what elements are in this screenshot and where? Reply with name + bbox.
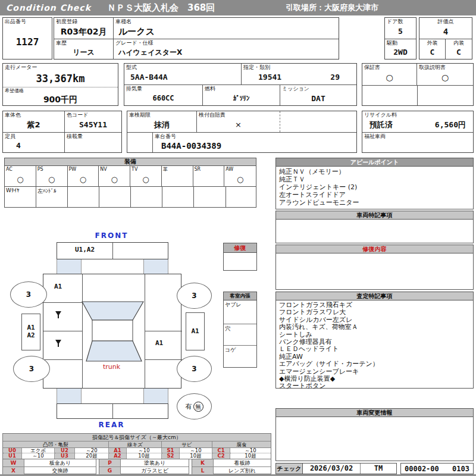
condition-check-sheet: Condition Check ＮＰＳ大阪入札会 368回 引取場所：大阪府泉大… (0, 0, 476, 476)
door-pin-icon (55, 340, 61, 348)
left-col-line-3 (43, 359, 82, 360)
model-name-cell: 車種名 ルークス (114, 18, 339, 39)
legend-code: S2 (162, 453, 180, 459)
assessment-list: フロントガラス飛石キズ フロントガラスワレ大 サイドシルカバー左ズレ 内装汚れ、… (276, 300, 473, 392)
rear-window-shape (86, 341, 142, 361)
check-box: チェック 2026/03/02 TM (275, 463, 397, 474)
displacement-cell: 排気量 660CC (124, 85, 203, 105)
capacity-value: 4 (3, 140, 64, 152)
recycle-values: 預託済 6,560円 (362, 118, 473, 132)
auction-title: ＮＰＳ大阪入札会 368回 (107, 2, 286, 14)
welfare-cell: 福祉車両 (362, 133, 473, 152)
cabin-lining-box: 客室内張 ヤブレ 穴 コゲ (223, 292, 257, 368)
doors-drive-box: ドア数 5 駆動 2WD (384, 17, 416, 60)
equip-cell-ac: AC○ (5, 166, 36, 186)
documents-empty-cell-1 (362, 86, 418, 105)
header-bar: Condition Check ＮＰＳ大阪入札会 368回 引取場所：大阪府泉大… (0, 0, 476, 15)
cabin-lining-title: 客室内張 (224, 292, 256, 300)
exterior-grade-cell: 外装 C (419, 39, 446, 59)
type-class-values: 19541 29 (242, 71, 356, 84)
cabin-row-tear: ヤブレ (224, 300, 256, 324)
appeal-line: 純正ＮＶ（メモリー） (279, 168, 470, 176)
equip-extra-cell (99, 187, 131, 207)
score-value: 4 (419, 25, 472, 39)
equip-code: PS (36, 166, 67, 173)
legend-desc: 10超 (180, 453, 212, 459)
equip-cell-aw: AW○ (224, 166, 256, 186)
first-registration-value: R03年02月 (54, 25, 113, 39)
appeal-list: 純正ＮＶ（メモリー） 純正ＴＶ インテリジェントキー (2) 左オートスライドド… (276, 167, 473, 208)
door-pin-icon (55, 311, 61, 320)
recycle-status: 預託済 (369, 121, 393, 129)
legend-desc: 10超 (230, 453, 271, 459)
equip-cell-tv: TV○ (130, 166, 162, 186)
exterior-grade-label: 外装 (419, 39, 445, 46)
equip-extra-cell: 左ﾊﾝﾄﾞﾙ (36, 187, 68, 207)
sheet-code-box: 00002-00 0103 (400, 463, 474, 474)
damage-legend-table: 損傷記号＆損傷サイズ（～最大cm） 凸凹・亀裂 線キズ サビ 腐食 U0 エクボ… (2, 433, 271, 459)
legend-code: S1 (162, 448, 180, 453)
sheet-code-2: 0103 (452, 465, 469, 473)
inspection-chassis-box: 車検期限 抹消 検付自賠責 × 車台番号 B44A-0034389 (127, 111, 357, 153)
circle-mark: ○ (5, 173, 36, 186)
odometer-value: 33,367km (3, 71, 118, 87)
assessment-title: 査定特記事項 (276, 292, 473, 300)
right-col-line-2 (145, 359, 182, 360)
fuel-value: ｶﾞｿﾘﾝ (203, 92, 280, 105)
vehicle-notes-title: 車両特記事項 (276, 211, 473, 220)
interior-grade-cell: 内装 C (446, 39, 472, 59)
equip-cell-nv: NV○ (99, 166, 130, 186)
equip-extra-cell: Wﾀｲﾔ (5, 187, 36, 207)
recycle-label: リサイクル料 (362, 111, 473, 118)
brand-logo: Condition Check (0, 3, 107, 12)
circle-mark: ○ (224, 173, 256, 186)
equipment-codes-row: AC○ PS○ PW○ NV○ TV○ 革 SR AW○ (5, 166, 256, 187)
model-info-box: 初度登録 R03年02月 車種名 ルークス 車歴 リース グレード・仕様 ハイウ… (54, 17, 339, 60)
legend-code: A1 (109, 448, 127, 453)
legend-code: K (192, 459, 214, 466)
assessment-line: フロントガラスワレ大 (279, 309, 470, 316)
warranty-mark: ○ (362, 71, 416, 85)
chassis-cell: 車台番号 B44A-0034389 (153, 133, 356, 152)
recycle-fee: 6,560円 (435, 121, 466, 129)
sheet-code-1: 00002-00 (405, 465, 439, 473)
odometer-cell: 走行メーター 33,367km (3, 64, 118, 87)
legend-group: 腐食 (212, 441, 271, 447)
warranty-label: 保証書 (362, 64, 416, 71)
model-code-label: 型式 (124, 64, 241, 71)
legend-desc: 20超 (75, 453, 109, 459)
left-side-panel-box: A1 A2 (21, 314, 40, 350)
equip-code: AW (224, 166, 256, 173)
equip-code: 革 (162, 166, 193, 173)
drive-label: 駆動 (385, 39, 416, 46)
legend-row-1: U0 エクボ U2 ～20 A1 ～10 S1 ～10 C1 ～10 (3, 448, 271, 453)
legend-code: A2 (109, 453, 127, 459)
equip-code: SR (193, 166, 224, 173)
roof-shape (92, 320, 133, 341)
assessment-line: 内装汚れ、キズ、荷物室Ａ (279, 324, 470, 331)
color-capacity-box: 車体色 紫2 色コード S45Y11 定員 4 積載量 (2, 111, 122, 153)
repair-content-body (276, 253, 473, 256)
assessment-line: エアバッグ（サイド・カーテン） (279, 361, 470, 368)
change-info-title: 車両変更情報 (276, 409, 473, 417)
chassis-label: 車台番号 (153, 133, 356, 140)
equip-cell-sr: SR (193, 166, 225, 186)
vehicle-notes-section: 車両特記事項 (275, 211, 474, 243)
color-code-cell: 色コード S45Y11 (65, 111, 121, 132)
warranty-cell: 保証書 ○ (362, 64, 417, 85)
repair-mark-legend-c: K看板跡 Lレンズ割れ (192, 459, 271, 474)
front-pillar-left-shade (57, 259, 82, 274)
appeal-line: 左オートスライドドア (279, 191, 470, 199)
equip-extra-cell (162, 187, 194, 207)
odometer-label: 走行メーター (3, 64, 118, 71)
welfare-label: 福祉車両 (362, 133, 473, 140)
equip-code: NV (99, 166, 130, 173)
interior-grade-label: 内装 (446, 39, 472, 46)
circle-mark (193, 173, 224, 186)
fuel-cell: 燃料 ｶﾞｿﾘﾝ (203, 85, 280, 105)
repair-content-section: 修復内容 (275, 245, 474, 290)
rear-pillar-right-shade (143, 389, 168, 403)
equip-extra-cell (131, 187, 162, 207)
front-bumper: U1,A2 (57, 242, 168, 259)
legend-desc: ～10 (230, 448, 271, 453)
